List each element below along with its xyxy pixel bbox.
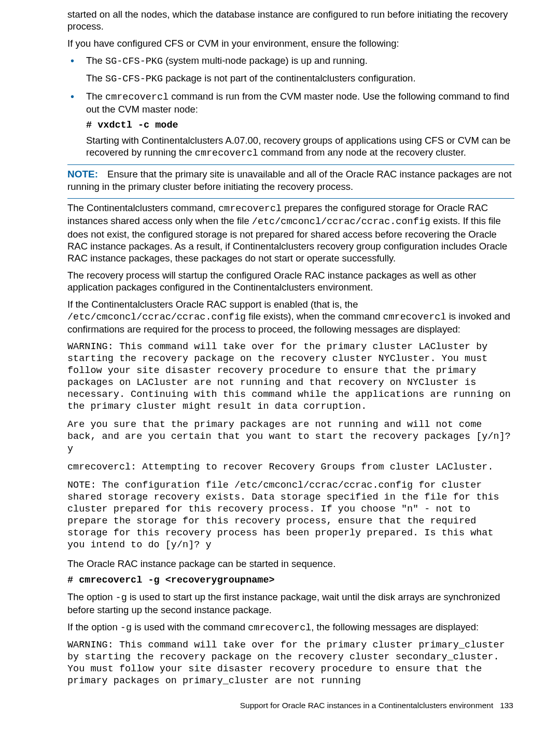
text: If the Continentalclusters Oracle RAC su… <box>67 299 358 310</box>
text: The <box>86 55 105 66</box>
cmrecovercl-g-command: # cmrecovercl -g <recoverygroupname> <box>67 575 514 586</box>
output-note: NOTE: The configuration file /etc/cmconc… <box>67 479 514 551</box>
page-number: 133 <box>500 701 513 710</box>
code-cmrecovercl: cmrecovercl <box>105 92 169 103</box>
code-g-option: -g <box>120 623 132 633</box>
note-bottom-rule <box>67 198 514 199</box>
note-text: Ensure that the primary site is unavaila… <box>67 169 512 192</box>
output-attempt: cmrecovercl: Attempting to recover Recov… <box>67 461 514 473</box>
output-confirm-1: Are you sure that the primary packages a… <box>67 419 514 454</box>
body-para-3: If the Continentalclusters Oracle RAC su… <box>67 298 514 335</box>
bullet-cmrecovercl: The cmrecovercl command is run from the … <box>67 90 514 160</box>
code-cmrecovercl: cmrecovercl <box>218 203 282 214</box>
code-sg-cfs-pkg: SG-CFS-PKG <box>105 74 163 85</box>
text: command from any node at the recovery cl… <box>258 147 466 158</box>
text: The Continentalclusters command, <box>67 202 218 213</box>
text: The <box>86 73 105 84</box>
code-g-option: -g <box>116 592 127 603</box>
note-label: NOTE: <box>67 169 98 179</box>
intro-para-1: started on all the nodes, which the data… <box>67 8 514 32</box>
code-cmrecovercl: cmrecovercl <box>195 148 258 159</box>
text: The option <box>67 591 116 602</box>
text: is used with the command <box>132 621 248 632</box>
text: file exists), when the command <box>246 311 383 322</box>
output-warning-1: WARNING: This command will take over for… <box>67 341 514 413</box>
text: , the following messages are displayed: <box>311 621 479 632</box>
body-para-2: The recovery process will startup the co… <box>67 269 514 293</box>
intro-para-2: If you have configured CFS or CVM in you… <box>67 37 514 49</box>
text: package is not part of the continentalcl… <box>163 73 415 84</box>
vxdctl-command: # vxdctl -c mode <box>86 119 514 131</box>
page-footer: Support for Oracle RAC instances in a Co… <box>67 701 514 710</box>
footer-text: Support for Oracle RAC instances in a Co… <box>240 701 494 710</box>
if-g-para: If the option -g is used with the comman… <box>67 621 514 634</box>
bullet-sg-cfs-pkg: The SG-CFS-PKG (system multi-node packag… <box>67 54 514 85</box>
body-para-1: The Continentalclusters command, cmrecov… <box>67 202 514 264</box>
sequence-line: The Oracle RAC instance package can be s… <box>67 558 514 570</box>
code-cmrecovercl: cmrecovercl <box>383 312 446 323</box>
text: The <box>86 91 105 102</box>
text: If the option <box>67 621 120 632</box>
code-config-path: /etc/cmconcl/ccrac/ccrac.config <box>67 312 246 323</box>
text: (system multi-node package) is up and ru… <box>163 55 368 66</box>
config-checks-list: The SG-CFS-PKG (system multi-node packag… <box>67 54 514 159</box>
text: is used to start up the first instance p… <box>67 591 500 615</box>
code-config-path: /etc/cmconcl/ccrac/ccrac.config <box>252 216 430 227</box>
option-g-para: The option -g is used to start up the fi… <box>67 591 514 616</box>
note-top-rule <box>67 164 514 165</box>
code-cmrecovercl: cmrecovercl <box>248 623 311 633</box>
note-block: NOTE:Ensure that the primary site is una… <box>67 168 514 193</box>
output-warning-2: WARNING: This command will take over for… <box>67 639 514 687</box>
code-sg-cfs-pkg: SG-CFS-PKG <box>105 56 163 67</box>
